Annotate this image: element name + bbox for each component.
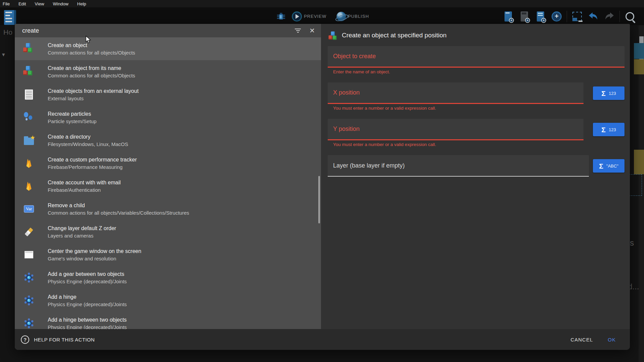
add-external-events-icon[interactable]: + [518,10,530,23]
globe-icon [336,12,346,21]
eraser-icon [23,226,35,238]
firebase-flame-icon [23,157,35,169]
menu-file[interactable]: File [3,1,10,6]
background-object-olive [634,59,644,74]
menu-window[interactable]: Window [53,1,68,6]
result-title: Create account with with email [48,180,121,185]
background-object-teal [634,43,644,59]
search-results-list: Create an object Common actions for all … [15,37,321,350]
publish-button[interactable]: PUBLISH [336,12,369,21]
result-title: Add a gear between two objects [48,271,124,277]
project-manager-icon[interactable] [4,10,16,25]
cancel-button[interactable]: CANCEL [570,337,593,342]
result-title: Add a hinge between two objects [48,317,127,323]
preview-button[interactable]: PREVIEW [292,11,326,22]
window-icon [23,249,35,261]
filter-icon[interactable] [294,29,301,33]
list-item[interactable]: Create objects from an external layout E… [15,83,321,106]
result-subtitle: Firebase/Performance Measuring [48,164,123,170]
menu-view[interactable]: View [35,1,44,6]
toolbar-center: PREVIEW PUBLISH [275,7,369,25]
add-events-icon[interactable]: + [534,10,547,23]
debug-icon[interactable] [275,10,287,23]
physics-gear-icon [23,294,35,306]
expression-type-label: "ABC" [606,164,618,169]
list-scrollbar-thumb[interactable] [318,176,320,223]
publish-label: PUBLISH [348,14,369,19]
dialog-footer: ? HELP FOR THIS ACTION CANCEL OK [15,329,630,350]
background-partial-text: s [630,238,634,248]
result-title: Create an object [48,42,87,48]
field-error-text: Enter the name of an object. [333,69,625,75]
result-title: Change layer default Z order [48,225,116,231]
layer-input[interactable] [333,162,589,169]
add-scene-icon[interactable]: + [502,10,514,23]
menu-edit[interactable]: Edit [18,1,26,6]
field-error-text: You must enter a number or a valid expre… [333,106,625,111]
background-object-olive [634,150,644,174]
list-item[interactable]: Recreate particles Particle system/Setup [15,106,321,129]
search-icon[interactable] [624,10,636,23]
list-item[interactable]: Add a hinge Physics Engine (deprecated)/… [15,289,321,312]
redo-icon[interactable] [603,10,615,23]
list-item[interactable]: Create a custom performance tracker Fire… [15,152,321,175]
list-item[interactable]: Create account with with email Firebase/… [15,175,321,197]
result-title: Recreate particles [48,111,91,117]
background-selection-rect [629,174,642,196]
chevron-down-icon[interactable]: ▾ [2,51,5,58]
y-expression-button[interactable]: Σ 123 [593,123,625,136]
layer-expression-button[interactable]: Σ "ABC" [593,159,625,173]
action-search-pane: ✕ Create an object Common actions for al… [15,24,321,350]
objects-cubes-icon [23,43,35,55]
y-position-input[interactable] [333,125,583,133]
mouse-cursor [85,36,92,44]
sigma-icon: Σ [601,90,606,97]
menu-bar: File Edit View Window Help [0,0,644,7]
list-item[interactable]: Add a gear between two objects Physics E… [15,266,321,289]
deselect-marquee-icon[interactable] [571,10,583,23]
list-item[interactable]: Var Remove a child Common actions for al… [15,197,321,220]
search-input[interactable] [15,27,294,34]
toolbar: PREVIEW PUBLISH + + + + [0,7,644,25]
app-window: File Edit View Window Help PRE [0,0,644,362]
object-to-create-input[interactable] [333,53,625,60]
action-editor-pane: Create an object at specified position E… [321,24,630,350]
sigma-icon: Σ [599,162,603,170]
list-item[interactable]: Create an object Common actions for all … [15,37,321,60]
help-icon: ? [21,335,29,344]
object-to-create-field[interactable] [328,46,625,68]
layer-field[interactable] [328,155,589,177]
x-expression-button[interactable]: Σ 123 [593,86,625,100]
expression-type-label: 123 [609,91,616,96]
close-icon[interactable]: ✕ [309,27,315,34]
particles-icon [23,111,35,123]
preview-label: PREVIEW [304,14,326,19]
action-title: Create an object at specified position [342,32,447,39]
objects-cubes-icon [328,31,337,40]
x-position-field[interactable] [328,82,583,104]
result-title: Create objects from an external layout [48,88,138,94]
result-subtitle: Game's window and resolution [48,256,116,261]
list-item[interactable]: Center the game window on the screen Gam… [15,243,321,266]
result-subtitle: Common actions for all objects/Objects [48,50,135,56]
toolbar-right: + + + + [502,7,636,25]
ok-button[interactable]: OK [608,337,616,342]
result-subtitle: External layouts [48,96,84,101]
home-tab-partial[interactable]: Ho [3,28,12,36]
y-position-field[interactable] [328,119,583,140]
firebase-flame-icon [23,180,35,192]
x-position-input[interactable] [333,89,583,96]
new-action-dialog: ✕ Create an object Common actions for al… [15,24,630,350]
result-subtitle: Common actions for all objects/Objects [48,73,135,78]
expression-type-label: 123 [609,127,616,132]
result-subtitle: Firebase/Authentication [48,187,101,193]
result-subtitle: Particle system/Setup [48,118,96,124]
sigma-icon: Σ [601,126,606,133]
help-for-this-action-button[interactable]: HELP FOR THIS ACTION [34,337,95,342]
list-item[interactable]: ★ Create a directory Filesystem/Windows,… [15,129,321,152]
undo-icon[interactable] [587,10,599,23]
menu-help[interactable]: Help [77,1,86,6]
list-item[interactable]: Change layer default Z order Layers and … [15,220,321,243]
list-item[interactable]: Create an object from its name Common ac… [15,60,321,83]
add-circle-icon[interactable]: + [551,10,563,23]
